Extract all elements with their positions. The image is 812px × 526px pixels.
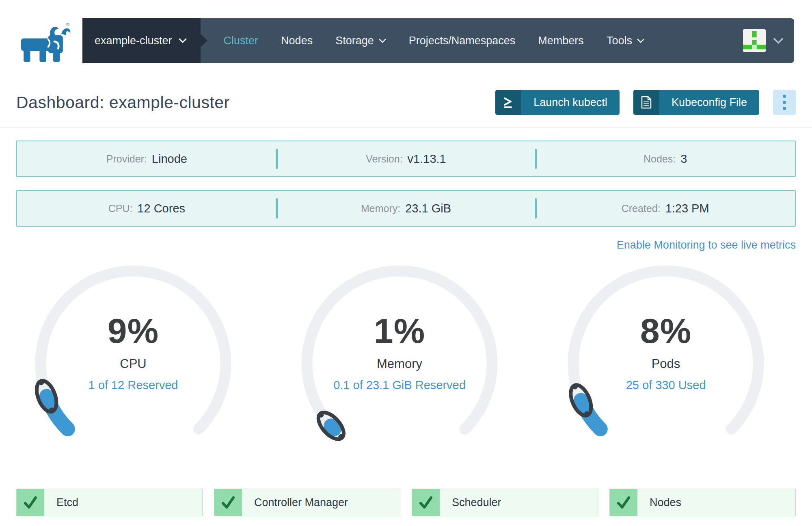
nav-item-tools[interactable]: Tools	[607, 35, 644, 47]
kubeconfig-file-label: Kubeconfig File	[659, 90, 759, 115]
chevron-down-icon	[179, 38, 187, 43]
info-cpu: CPU: 12 Cores	[17, 191, 276, 226]
top-navbar: example-cluster Cluster Nodes Storage Pr…	[82, 18, 794, 63]
status-nodes: Nodes	[609, 489, 796, 516]
nav-item-nodes[interactable]: Nodes	[281, 35, 313, 47]
cluster-selector-arrow	[201, 34, 207, 47]
chevron-down-icon	[773, 38, 784, 44]
rancher-cow-icon: ®	[16, 21, 71, 65]
info-nodes: Nodes: 3	[536, 141, 795, 176]
cpu-gauge-arc	[19, 262, 247, 454]
launch-kubectl-button[interactable]: Launch kubectl	[495, 90, 620, 115]
nav-item-cluster[interactable]: Cluster	[224, 35, 259, 47]
status-label: Nodes	[637, 489, 681, 516]
terminal-prompt-icon	[495, 90, 521, 115]
enable-monitoring-link[interactable]: Enable Monitoring to see live metrics	[617, 239, 796, 251]
info-provider: Provider: Linode	[17, 141, 276, 176]
page-title: Dashboard: example-cluster	[16, 93, 230, 112]
cluster-info-row-2: CPU: 12 Cores Memory: 23.1 GiB Created: …	[16, 190, 796, 227]
header-divider	[0, 127, 812, 128]
gauge-memory: 1% Memory 0.1 of 23.1 GiB Reserved	[266, 262, 533, 454]
gauge-pods: 8% Pods 25 of 330 Used	[533, 262, 799, 454]
kubeconfig-file-button[interactable]: Kubeconfig File	[633, 90, 759, 115]
info-version: Version: v1.13.1	[276, 141, 536, 176]
file-document-icon	[633, 90, 659, 115]
nav-item-projects-namespaces[interactable]: Projects/Namespaces	[409, 35, 516, 47]
identicon-avatar-icon	[743, 29, 766, 52]
gauges-row: 9% CPU 1 of 12 Reserved 1% Memory 0.1 of…	[0, 262, 812, 454]
status-etcd: Etcd	[16, 489, 203, 516]
info-memory: Memory: 23.1 GiB	[276, 191, 536, 226]
memory-gauge-arc	[286, 262, 513, 454]
gauge-cpu: 9% CPU 1 of 12 Reserved	[0, 262, 266, 454]
status-label: Etcd	[44, 489, 78, 516]
user-avatar	[743, 29, 766, 52]
header-actions: Launch kubectl Kubeconfig File	[495, 90, 796, 115]
more-actions-button[interactable]	[773, 90, 796, 115]
kebab-menu-icon	[783, 95, 786, 110]
dashboard-page: Dashboard: example-cluster Launch kubect…	[0, 63, 812, 516]
component-statuses: Etcd Controller Manager Scheduler Nodes	[16, 489, 796, 516]
cluster-selector-label: example-cluster	[95, 35, 172, 47]
status-scheduler: Scheduler	[412, 489, 598, 516]
nav-items: Cluster Nodes Storage Projects/Namespace…	[207, 18, 644, 63]
cluster-info-row-1: Provider: Linode Version: v1.13.1 Nodes:…	[16, 141, 796, 177]
check-icon	[412, 489, 440, 516]
status-label: Controller Manager	[242, 489, 348, 516]
rancher-logo[interactable]: ®	[16, 21, 71, 67]
nav-item-members[interactable]: Members	[538, 35, 584, 47]
info-created: Created: 1:23 PM	[536, 191, 795, 226]
svg-text:®: ®	[66, 22, 70, 27]
check-icon	[214, 489, 242, 516]
launch-kubectl-label: Launch kubectl	[521, 90, 620, 115]
status-controller-manager: Controller Manager	[214, 489, 400, 516]
pods-gauge-arc	[552, 262, 780, 454]
chevron-down-icon	[379, 39, 386, 43]
user-menu[interactable]	[743, 18, 794, 63]
check-icon	[610, 489, 637, 516]
status-label: Scheduler	[440, 489, 501, 516]
nav-item-storage[interactable]: Storage	[335, 35, 386, 47]
cluster-selector[interactable]: example-cluster	[82, 18, 201, 63]
chevron-down-icon	[637, 39, 644, 43]
check-icon	[17, 489, 44, 516]
